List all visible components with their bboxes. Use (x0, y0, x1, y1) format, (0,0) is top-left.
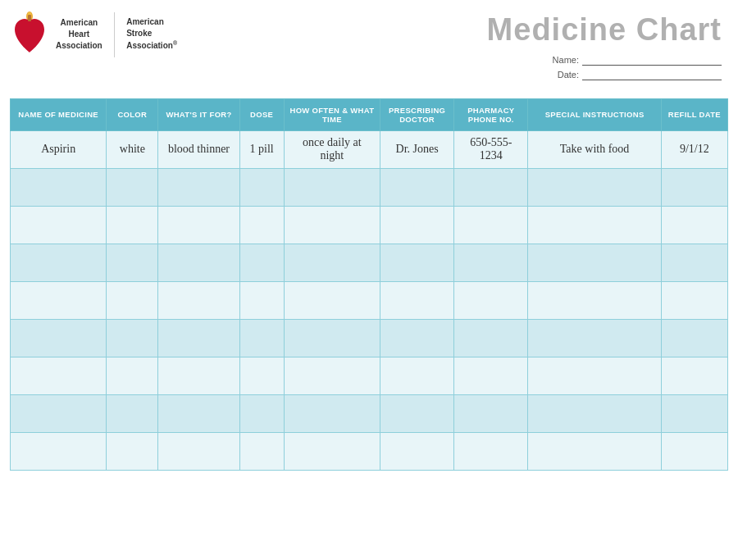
cell-color[interactable] (107, 281, 158, 319)
cell-how_often[interactable] (284, 432, 380, 470)
cell-pharmacy[interactable] (454, 281, 528, 319)
col-header-doctor: PRESCRIBING DOCTOR (380, 98, 454, 130)
cell-color[interactable] (107, 206, 158, 244)
cell-color[interactable] (107, 394, 158, 432)
cell-special[interactable] (528, 357, 661, 394)
cell-refill[interactable] (661, 168, 727, 206)
cell-dose[interactable] (239, 357, 284, 394)
cell-how_often[interactable]: once daily at night (284, 130, 380, 168)
cell-refill[interactable]: 9/1/12 (661, 130, 727, 168)
cell-name[interactable] (11, 394, 107, 432)
table-row (11, 319, 728, 357)
cell-name[interactable] (11, 244, 107, 281)
cell-special[interactable]: Take with food (528, 130, 661, 168)
table-container: NAME OF MEDICINE COLOR WHAT'S IT FOR? DO… (0, 98, 738, 480)
cell-color[interactable] (107, 168, 158, 206)
header: American Heart Association American Stro… (0, 0, 738, 92)
cell-color[interactable]: white (107, 130, 158, 168)
cell-name[interactable]: Aspirin (11, 130, 107, 168)
cell-how_often[interactable] (284, 168, 380, 206)
heart-icon (10, 10, 49, 59)
cell-special[interactable] (528, 206, 661, 244)
cell-whats_for[interactable] (158, 244, 239, 281)
cell-refill[interactable] (661, 394, 727, 432)
cell-name[interactable] (11, 168, 107, 206)
cell-color[interactable] (107, 244, 158, 281)
cell-refill[interactable] (661, 357, 727, 394)
cell-refill[interactable] (661, 244, 727, 281)
cell-name[interactable] (11, 432, 107, 470)
cell-name[interactable] (11, 319, 107, 357)
cell-dose[interactable] (239, 432, 284, 470)
cell-doctor[interactable] (380, 432, 454, 470)
cell-whats_for[interactable] (158, 319, 239, 357)
cell-name[interactable] (11, 206, 107, 244)
cell-how_often[interactable] (284, 394, 380, 432)
cell-color[interactable] (107, 432, 158, 470)
cell-name[interactable] (11, 357, 107, 394)
cell-special[interactable] (528, 432, 661, 470)
cell-color[interactable] (107, 357, 158, 394)
cell-whats_for[interactable] (158, 281, 239, 319)
cell-how_often[interactable] (284, 206, 380, 244)
cell-whats_for[interactable]: blood thinner (158, 130, 239, 168)
cell-doctor[interactable]: Dr. Jones (380, 130, 454, 168)
cell-doctor[interactable] (380, 244, 454, 281)
name-input-line[interactable] (582, 54, 722, 66)
cell-how_often[interactable] (284, 319, 380, 357)
cell-whats_for[interactable] (158, 206, 239, 244)
cell-dose[interactable] (239, 168, 284, 206)
cell-dose[interactable] (239, 319, 284, 357)
cell-special[interactable] (528, 394, 661, 432)
cell-whats_for[interactable] (158, 168, 239, 206)
cell-how_often[interactable] (284, 357, 380, 394)
cell-whats_for[interactable] (158, 357, 239, 394)
cell-dose[interactable] (239, 244, 284, 281)
svg-rect-2 (28, 15, 31, 21)
cell-dose[interactable] (239, 281, 284, 319)
cell-dose[interactable] (239, 206, 284, 244)
cell-doctor[interactable] (380, 357, 454, 394)
col-header-pharmacy: PHARMACY PHONE NO. (454, 98, 528, 130)
cell-refill[interactable] (661, 206, 727, 244)
cell-pharmacy[interactable] (454, 244, 528, 281)
cell-refill[interactable] (661, 432, 727, 470)
cell-special[interactable] (528, 319, 661, 357)
table-row (11, 244, 728, 281)
cell-special[interactable] (528, 244, 661, 281)
cell-doctor[interactable] (380, 281, 454, 319)
cell-special[interactable] (528, 168, 661, 206)
table-row: Aspirinwhiteblood thinner1 pillonce dail… (11, 130, 728, 168)
cell-how_often[interactable] (284, 244, 380, 281)
cell-pharmacy[interactable]: 650-555-1234 (454, 130, 528, 168)
cell-doctor[interactable] (380, 394, 454, 432)
date-input-line[interactable] (582, 69, 722, 80)
cell-how_often[interactable] (284, 281, 380, 319)
cell-dose[interactable]: 1 pill (239, 130, 284, 168)
date-label: Date: (558, 70, 579, 80)
cell-name[interactable] (11, 281, 107, 319)
cell-pharmacy[interactable] (454, 319, 528, 357)
cell-refill[interactable] (661, 319, 727, 357)
cell-pharmacy[interactable] (454, 357, 528, 394)
cell-pharmacy[interactable] (454, 432, 528, 470)
cell-dose[interactable] (239, 394, 284, 432)
cell-whats_for[interactable] (158, 394, 239, 432)
cell-pharmacy[interactable] (454, 394, 528, 432)
cell-doctor[interactable] (380, 206, 454, 244)
cell-refill[interactable] (661, 281, 727, 319)
table-row (11, 206, 728, 244)
cell-pharmacy[interactable] (454, 206, 528, 244)
cell-color[interactable] (107, 319, 158, 357)
cell-doctor[interactable] (380, 168, 454, 206)
form-fields: Name: Date: (487, 54, 722, 80)
logo-area: American Heart Association American Stro… (10, 10, 177, 59)
col-header-color: COLOR (107, 98, 158, 130)
col-header-dose: DOSE (239, 98, 284, 130)
page-title: Medicine Chart (487, 13, 722, 48)
logo-text-aha: American Heart Association (56, 17, 102, 52)
cell-doctor[interactable] (380, 319, 454, 357)
cell-whats_for[interactable] (158, 432, 239, 470)
cell-special[interactable] (528, 281, 661, 319)
cell-pharmacy[interactable] (454, 168, 528, 206)
